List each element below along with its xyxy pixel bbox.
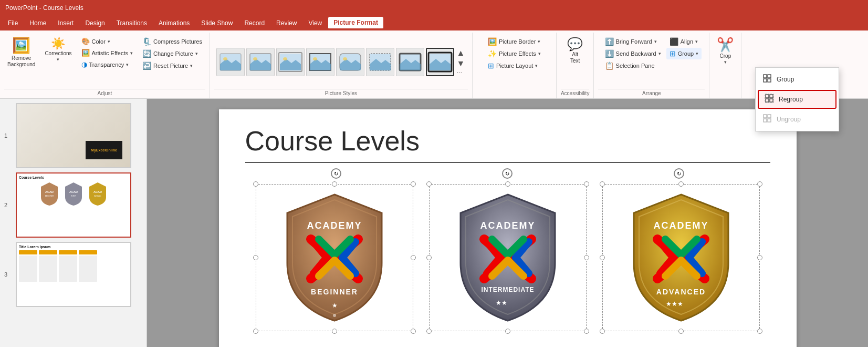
menu-slideshow[interactable]: Slide Show bbox=[196, 17, 238, 29]
menu-record[interactable]: Record bbox=[239, 17, 270, 29]
badge-beginner-container[interactable]: ACADEMY BEGINNER ★ bbox=[256, 184, 413, 331]
svg-text:ADVANCED: ADVANCED bbox=[656, 288, 705, 296]
gallery-expand-button[interactable]: ▲ ▼ ⋯ bbox=[456, 47, 466, 76]
handle-tl2[interactable] bbox=[426, 181, 432, 187]
slide-2-thumbnail[interactable]: Course Levels ACADBEGINNER ACADINTER ACA… bbox=[16, 172, 131, 238]
transparency-button[interactable]: ◑ Transparency ▾ bbox=[78, 59, 136, 70]
ungroup-menu-icon bbox=[762, 114, 772, 125]
crop-button[interactable]: ✂️ Crop ▾ bbox=[714, 35, 737, 67]
menu-insert[interactable]: Insert bbox=[53, 17, 79, 29]
handle-tr3[interactable] bbox=[757, 181, 762, 187]
menu-design[interactable]: Design bbox=[80, 17, 110, 29]
svg-rect-44 bbox=[768, 75, 771, 78]
svg-rect-43 bbox=[764, 75, 767, 78]
menu-view[interactable]: View bbox=[303, 17, 327, 29]
handle-bm2[interactable] bbox=[505, 329, 510, 334]
handle-tr2[interactable] bbox=[584, 181, 589, 187]
badge-intermediate-container[interactable]: ACADEMY INTERMEDIATE ★★ bbox=[429, 184, 587, 331]
picture-style-1[interactable] bbox=[216, 48, 245, 76]
handle-br3[interactable] bbox=[757, 329, 762, 334]
rotation-handle-1[interactable]: ↻ bbox=[331, 168, 341, 179]
menu-picture-format[interactable]: Picture Format bbox=[328, 17, 383, 29]
app-title: PowerPoint - Course Levels bbox=[5, 4, 83, 12]
svg-text:★★★: ★★★ bbox=[665, 300, 683, 308]
handle-tm3[interactable] bbox=[678, 181, 684, 187]
handle-tl[interactable] bbox=[253, 181, 258, 187]
rotation-handle-2[interactable]: ↻ bbox=[502, 168, 513, 179]
ribbon-group-picture-styles: ▲ ▼ ⋯ Picture Styles bbox=[210, 33, 473, 98]
slide-3-thumbnail[interactable]: Title Lorem Ipsum bbox=[16, 242, 131, 307]
handle-bm3[interactable] bbox=[678, 329, 684, 334]
handle-ml3[interactable] bbox=[600, 255, 605, 260]
handle-ml2[interactable] bbox=[426, 255, 432, 260]
picture-border-button[interactable]: 🖼️ Picture Border ▾ bbox=[485, 36, 544, 47]
corrections-button[interactable]: ☀️ Corrections ▾ bbox=[41, 35, 75, 64]
picture-style-5[interactable] bbox=[336, 48, 364, 76]
handle-tm2[interactable] bbox=[505, 181, 510, 187]
regroup-menu-label: Regroup bbox=[779, 96, 803, 103]
slide-canvas: Course Levels ↻ ↻ ↻ bbox=[219, 109, 797, 347]
menu-file[interactable]: File bbox=[3, 17, 23, 29]
picture-style-6[interactable] bbox=[366, 48, 394, 76]
picture-effects-button[interactable]: ✨ Picture Effects ▾ bbox=[485, 48, 544, 59]
menu-transitions[interactable]: Transitions bbox=[111, 17, 152, 29]
ribbon: 🖼️ RemoveBackground ☀️ Corrections ▾ 🎨 C… bbox=[0, 30, 868, 99]
slide-1-thumbnail[interactable]: MyExcelOnline bbox=[16, 103, 131, 168]
handle-bm[interactable] bbox=[332, 329, 337, 334]
svg-text:★★: ★★ bbox=[496, 299, 507, 307]
svg-text:★: ★ bbox=[331, 302, 337, 309]
group-menu-item[interactable]: Group bbox=[756, 70, 839, 89]
color-button[interactable]: 🎨 Color ▾ bbox=[78, 36, 136, 47]
svg-rect-51 bbox=[765, 94, 773, 103]
handle-mr3[interactable] bbox=[757, 255, 762, 260]
regroup-menu-icon bbox=[764, 94, 775, 105]
svg-rect-48 bbox=[770, 95, 773, 98]
svg-rect-53 bbox=[768, 115, 771, 118]
send-backward-button[interactable]: ⬇️ Send Backward ▾ bbox=[602, 48, 664, 59]
handle-bl2[interactable] bbox=[426, 329, 432, 334]
svg-text:INTER: INTER bbox=[71, 195, 76, 197]
svg-rect-54 bbox=[764, 119, 767, 122]
align-button[interactable]: ⬛ Align ▾ bbox=[666, 36, 702, 47]
handle-bl[interactable] bbox=[253, 329, 258, 334]
svg-text:ACADEMY: ACADEMY bbox=[653, 220, 708, 231]
picture-style-7[interactable] bbox=[396, 48, 424, 76]
alt-text-button[interactable]: 💬 AltText bbox=[563, 35, 587, 66]
handle-tr[interactable] bbox=[411, 181, 416, 187]
artistic-effects-button[interactable]: 🖼️ Artistic Effects ▾ bbox=[78, 47, 136, 58]
menu-review[interactable]: Review bbox=[271, 17, 302, 29]
handle-mr2[interactable] bbox=[584, 255, 589, 260]
adjust-group-label: Adjust bbox=[4, 89, 205, 96]
remove-background-button[interactable]: 🖼️ RemoveBackground bbox=[4, 35, 38, 70]
handle-ml[interactable] bbox=[253, 255, 258, 260]
reset-picture-button[interactable]: ↩️ Reset Picture ▾ bbox=[139, 60, 205, 72]
picture-layout-button[interactable]: ⊞ Picture Layout ▾ bbox=[485, 60, 544, 72]
handle-br2[interactable] bbox=[584, 329, 589, 334]
handle-mr[interactable] bbox=[411, 255, 416, 260]
compress-pictures-button[interactable]: 🗜️ Compress Pictures bbox=[139, 36, 205, 47]
picture-style-2[interactable] bbox=[246, 48, 275, 76]
svg-text:ACAD: ACAD bbox=[45, 190, 54, 193]
menu-animations[interactable]: Animations bbox=[153, 17, 195, 29]
selection-pane-button[interactable]: 📋 Selection Pane bbox=[602, 60, 664, 72]
badge-advanced-container[interactable]: ACADEMY ADVANCED ★★★ bbox=[602, 184, 760, 331]
svg-rect-52 bbox=[764, 115, 767, 118]
picture-style-4[interactable] bbox=[306, 48, 334, 76]
svg-point-14 bbox=[343, 57, 347, 60]
handle-br[interactable] bbox=[411, 329, 416, 334]
handle-bl3[interactable] bbox=[600, 329, 605, 334]
ungroup-menu-item[interactable]: Ungroup bbox=[756, 110, 839, 129]
change-picture-button[interactable]: 🔄 Change Picture ▾ bbox=[139, 48, 205, 59]
rotation-handle-3[interactable]: ↻ bbox=[674, 168, 684, 179]
picture-style-3[interactable] bbox=[276, 48, 305, 76]
regroup-menu-item[interactable]: Regroup bbox=[758, 90, 836, 109]
slide-1-number: 1 bbox=[4, 132, 12, 139]
handle-tl3[interactable] bbox=[600, 181, 605, 187]
ribbon-group-accessibility: 💬 AltText Accessibility bbox=[557, 33, 594, 98]
svg-text:ACAD: ACAD bbox=[93, 190, 102, 193]
bring-forward-button[interactable]: ⬆️ Bring Forward ▾ bbox=[602, 36, 664, 47]
menu-home[interactable]: Home bbox=[24, 17, 51, 29]
picture-style-8[interactable] bbox=[426, 48, 454, 76]
group-button[interactable]: ⊞ Group ▾ bbox=[666, 48, 702, 59]
handle-tm[interactable] bbox=[332, 181, 337, 187]
